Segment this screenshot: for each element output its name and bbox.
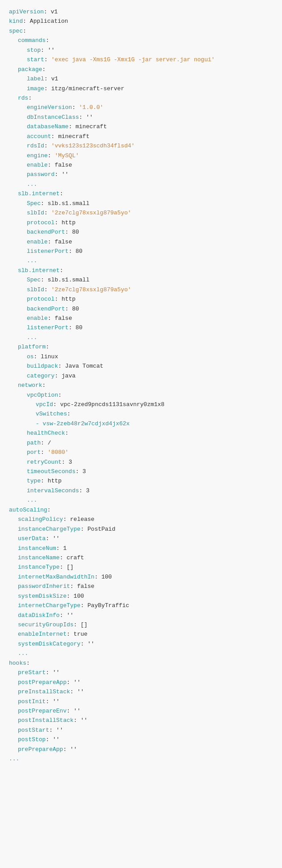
yaml-key: postStart	[18, 725, 49, 735]
yaml-key: vSwitches	[36, 409, 67, 419]
yaml-key: ...	[27, 180, 37, 189]
yaml-separator: :	[48, 160, 55, 170]
code-line: path: /	[9, 438, 273, 448]
yaml-value: ''	[53, 697, 60, 706]
yaml-value: ''	[80, 716, 87, 725]
code-line: internetMaxBandwidthIn: 100	[9, 572, 273, 582]
yaml-value: http	[62, 294, 75, 304]
yaml-key: securityGroupIds	[18, 620, 74, 629]
code-line: slbId: '2ze7clg78xsxlg879a5yo'	[9, 208, 273, 218]
code-line: rds:	[9, 93, 273, 103]
yaml-separator: :	[58, 361, 65, 371]
code-line: enable: false	[9, 160, 273, 170]
code-line: preInstallStack: ''	[9, 687, 273, 696]
yaml-value: http	[62, 218, 75, 227]
yaml-separator: :	[60, 553, 67, 562]
yaml-key: ...	[27, 256, 37, 265]
yaml-separator: :	[44, 84, 51, 93]
yaml-value: '2ze7clg78xsxlg879a5yo'	[51, 208, 131, 218]
yaml-value: ''	[53, 534, 60, 543]
yaml-key: enable	[27, 314, 48, 323]
code-line: instanceType: []	[9, 562, 273, 572]
code-line: buildpack: Java Tomcat	[9, 361, 273, 371]
yaml-key: path	[27, 438, 41, 448]
code-line: listenerPort: 80	[9, 247, 273, 256]
code-line: vpcId: vpc-2zed9pncds1131savnry0zm1x8	[9, 400, 273, 409]
yaml-key: retryCount	[27, 457, 62, 467]
code-line: dbInstanceClass: ''	[9, 113, 273, 122]
yaml-value: []	[80, 620, 87, 629]
code-line: vpcOption:	[9, 390, 273, 400]
yaml-value: ''	[70, 745, 77, 754]
yaml-value: v1	[51, 74, 58, 84]
yaml-separator: :	[66, 629, 74, 639]
code-line: label: v1	[9, 74, 273, 84]
code-line: securityGroupIds: []	[9, 620, 273, 629]
code-line: dataDiskInfo: ''	[9, 611, 273, 620]
yaml-value: ''	[74, 706, 81, 716]
yaml-separator: :	[48, 151, 55, 160]
yaml-value: 'vvks123s123scdh34flsd4'	[51, 141, 135, 151]
yaml-value: craft	[66, 553, 84, 562]
code-line: postStart: ''	[9, 725, 273, 735]
code-line: listenerPort: 80	[9, 323, 273, 332]
yaml-separator: :	[66, 678, 74, 687]
yaml-key: postPrepareEnv	[18, 706, 66, 716]
code-line: package:	[9, 65, 273, 74]
yaml-separator: :	[56, 544, 63, 553]
yaml-separator: :	[69, 247, 76, 256]
code-line: apiVersion: v1	[9, 7, 273, 17]
yaml-value: '1.0.0'	[79, 103, 104, 112]
code-line: Spec: slb.s1.small	[9, 275, 273, 285]
yaml-separator: :	[65, 304, 72, 314]
yaml-key: preInstallStack	[18, 687, 70, 696]
code-line: userData: ''	[9, 534, 273, 543]
yaml-key: kind	[9, 17, 23, 26]
code-line: enable: false	[9, 237, 273, 247]
yaml-value: java	[62, 371, 75, 381]
code-line: scalingPolicy: release	[9, 515, 273, 524]
yaml-key: backendPort	[27, 227, 65, 237]
yaml-separator: :	[62, 457, 69, 467]
code-line: systemDiskCategory: ''	[9, 639, 273, 649]
yaml-value: ''	[87, 639, 95, 649]
yaml-value: Application	[30, 17, 68, 26]
code-line: hooks:	[9, 658, 273, 668]
yaml-separator: :	[46, 697, 53, 706]
yaml-key: postStop	[18, 735, 46, 744]
yaml-value: 80	[75, 323, 83, 332]
yaml-separator: :	[79, 113, 86, 122]
yaml-separator: :	[74, 716, 81, 725]
yaml-separator: :	[74, 620, 81, 629]
yaml-separator: :	[46, 735, 53, 744]
code-line: databaseName: minecraft	[9, 122, 273, 131]
yaml-separator: :	[44, 208, 51, 218]
yaml-value: 'MySQL'	[54, 151, 79, 160]
yaml-key: postInstallStack	[18, 716, 74, 725]
yaml-key: Spec	[27, 199, 41, 208]
yaml-value: v1	[51, 7, 58, 17]
yaml-separator: :	[41, 476, 48, 486]
yaml-key: package	[18, 65, 42, 74]
yaml-value: 80	[72, 227, 79, 237]
yaml-key: rdsId	[27, 141, 44, 151]
yaml-separator: :	[65, 428, 69, 438]
yaml-key: healthCheck	[27, 428, 65, 438]
yaml-separator: :	[95, 572, 102, 582]
code-line: ...	[9, 754, 273, 763]
yaml-value: 80	[75, 247, 83, 256]
yaml-value: vpc-2zed9pncds1131savnry0zm1x8	[60, 400, 165, 409]
yaml-key: ...	[27, 495, 37, 505]
code-line: systemDiskSize: 100	[9, 591, 273, 601]
yaml-key: - vsw-2zeb48r2w7cdjxd4jx62x	[36, 419, 130, 428]
yaml-key: vpcOption	[27, 390, 58, 400]
code-line: autoScaling:	[9, 505, 273, 515]
yaml-key: userData	[18, 534, 46, 543]
code-line: instanceChargeType: PostPaid	[9, 524, 273, 534]
yaml-separator: :	[41, 199, 48, 208]
code-line: rdsId: 'vvks123s123scdh34flsd4'	[9, 141, 273, 151]
yaml-key: systemDiskSize	[18, 591, 66, 601]
yaml-key: internetChargeType	[18, 601, 80, 610]
yaml-key: vpcId	[36, 400, 53, 409]
yaml-key: instanceName	[18, 553, 60, 562]
